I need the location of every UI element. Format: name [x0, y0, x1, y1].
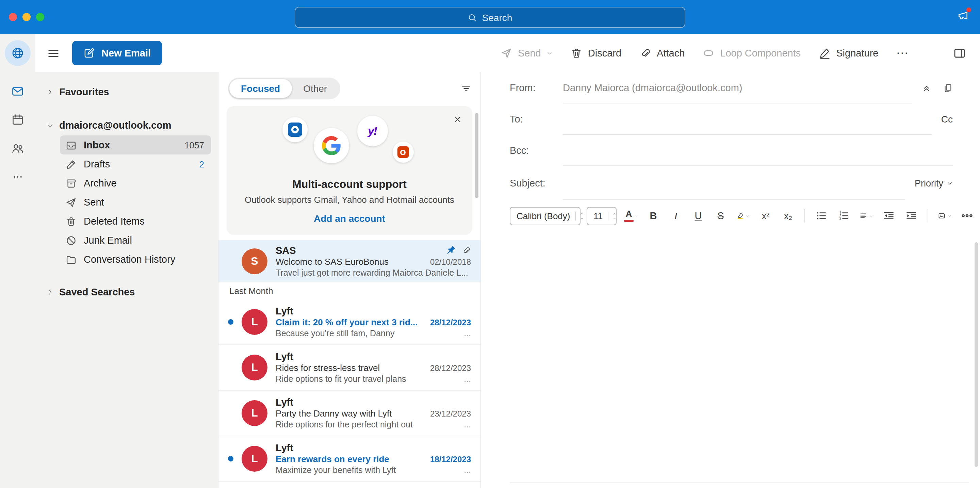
folder-label: Deleted Items	[84, 216, 204, 227]
signature-button[interactable]: Signature	[818, 47, 878, 59]
add-account-link[interactable]: Add an account	[314, 213, 385, 224]
superscript-button[interactable]: x²	[757, 206, 774, 225]
rail-item-calendar[interactable]	[5, 107, 30, 133]
email-row[interactable]: L Lyft Rides for stress-less travel 28/1…	[218, 345, 480, 391]
zoom-window-button[interactable]	[36, 13, 44, 21]
trash-icon	[570, 47, 582, 59]
chevron-down-icon	[46, 121, 54, 129]
insert-image-button[interactable]	[937, 206, 953, 225]
bullet-list-icon	[815, 210, 827, 222]
list-scrollbar[interactable]	[475, 113, 479, 198]
rail-item-people[interactable]	[5, 135, 30, 161]
loop-components-button[interactable]: Loop Components	[702, 47, 801, 59]
from-field[interactable]: Danny Maiorca (dmaiorca@outlook.com)	[563, 72, 912, 103]
sidebar-item-archive[interactable]: Archive	[60, 173, 211, 192]
tab-other[interactable]: Other	[292, 79, 339, 98]
account-button[interactable]	[5, 40, 30, 66]
copy-icon	[943, 83, 953, 93]
subject-field[interactable]	[563, 166, 905, 199]
divider	[804, 209, 805, 223]
sidebar-item-inbox[interactable]: Inbox 1057	[60, 135, 211, 154]
message-list-pane: Focused Other	[218, 72, 481, 488]
mail-icon	[11, 84, 24, 98]
close-promo-button[interactable]	[453, 115, 462, 124]
rail-item-mail[interactable]	[5, 78, 30, 104]
email-row[interactable]: S SAS	[218, 240, 480, 283]
minimize-window-button[interactable]	[22, 13, 30, 21]
sidebar-item-sent[interactable]: Sent	[60, 192, 211, 212]
folder-label: Sent	[84, 197, 204, 208]
notification-dot	[966, 8, 971, 12]
numbered-list-button[interactable]: 123	[836, 206, 852, 225]
avatar: L	[242, 400, 267, 426]
rail-item-more[interactable]	[5, 164, 30, 190]
indent-icon	[905, 210, 917, 222]
sidebar-item-conversation-history[interactable]: Conversation History	[60, 250, 211, 269]
email-row[interactable]: L Lyft Earn rewards on every ride 18/12/…	[218, 436, 480, 482]
attach-button[interactable]: Attach	[639, 47, 685, 59]
favourites-label: Favourites	[59, 86, 109, 97]
underline-button[interactable]: U	[690, 206, 706, 225]
popout-button[interactable]	[943, 83, 953, 93]
new-email-button[interactable]: New Email	[72, 41, 162, 65]
folder-sidebar: Favourites dmaiorca@outlook.com Inbox 10…	[35, 72, 218, 488]
email-preview: Ride options for the perfect night out	[275, 420, 458, 429]
saved-searches-section[interactable]: Saved Searches	[35, 282, 218, 302]
indent-button[interactable]	[903, 206, 920, 225]
email-preview: Because you're still fam, Danny	[275, 329, 458, 338]
tab-focused[interactable]: Focused	[229, 79, 292, 98]
font-color-button[interactable]: A	[623, 206, 639, 225]
email-row[interactable]: L Lyft Claim it: 20 % off your next 3 ri…	[218, 299, 480, 345]
bcc-field[interactable]	[563, 135, 953, 165]
signature-label: Signature	[836, 48, 878, 59]
folder-label: Conversation History	[84, 254, 204, 265]
font-size-select[interactable]: 11	[587, 207, 617, 225]
folder-label: Archive	[84, 178, 204, 189]
whats-new-button[interactable]	[957, 10, 969, 22]
sidebar-item-junk[interactable]: Junk Email	[60, 231, 211, 250]
chevron-down-icon	[746, 213, 750, 219]
collapse-headers-button[interactable]	[921, 83, 932, 93]
bold-button[interactable]: B	[645, 206, 662, 225]
inbox-icon	[65, 139, 77, 151]
email-preview: Travel just got more rewarding Maiorca D…	[275, 268, 471, 277]
more-formatting-button[interactable]	[959, 206, 975, 225]
chevron-down-icon	[636, 213, 638, 219]
cc-button[interactable]: Cc	[941, 114, 953, 124]
send-button[interactable]: Send	[500, 47, 553, 59]
email-subject: Claim it: 20 % off your next 3 rid...	[275, 317, 425, 327]
to-field[interactable]	[563, 103, 932, 134]
close-window-button[interactable]	[9, 13, 17, 21]
strikethrough-button[interactable]: S	[713, 206, 729, 225]
reading-pane-button[interactable]	[947, 41, 972, 65]
toolbar-more-button[interactable]: ⋯	[896, 46, 909, 60]
account-section[interactable]: dmaiorca@outlook.com	[35, 115, 218, 135]
search-input[interactable]: Search	[295, 7, 685, 28]
list-section-header: Last Month	[218, 283, 480, 299]
folder-label: Drafts	[84, 159, 192, 170]
office-logo-icon	[392, 141, 414, 163]
sidebar-item-deleted[interactable]: Deleted Items	[60, 212, 211, 231]
font-name-select[interactable]: Calibri (Body)	[510, 207, 581, 225]
outdent-button[interactable]	[881, 206, 897, 225]
email-date: 18/12/2023	[430, 455, 471, 464]
align-button[interactable]	[858, 206, 875, 225]
discard-button[interactable]: Discard	[570, 47, 621, 59]
window-titlebar: Search	[0, 0, 980, 34]
bullet-list-button[interactable]	[813, 206, 830, 225]
item-count: 2	[199, 159, 204, 169]
email-row[interactable]: L Lyft Party the Danny way with Lyft 23/…	[218, 391, 480, 436]
subscript-button[interactable]: x₂	[780, 206, 796, 225]
compose-scrollbar[interactable]	[975, 242, 978, 467]
italic-button[interactable]: I	[668, 206, 684, 225]
message-body[interactable]	[481, 231, 980, 488]
provider-logos: y!	[278, 114, 421, 174]
priority-dropdown[interactable]: Priority	[915, 178, 953, 188]
sidebar-item-drafts[interactable]: Drafts 2	[60, 154, 211, 173]
favourites-section[interactable]: Favourites	[35, 82, 218, 102]
list-tabs: Focused Other	[218, 72, 480, 103]
to-label: To:	[510, 114, 563, 124]
toggle-sidebar-button[interactable]	[41, 41, 65, 65]
highlight-button[interactable]	[735, 206, 751, 225]
filter-button[interactable]	[460, 83, 472, 95]
